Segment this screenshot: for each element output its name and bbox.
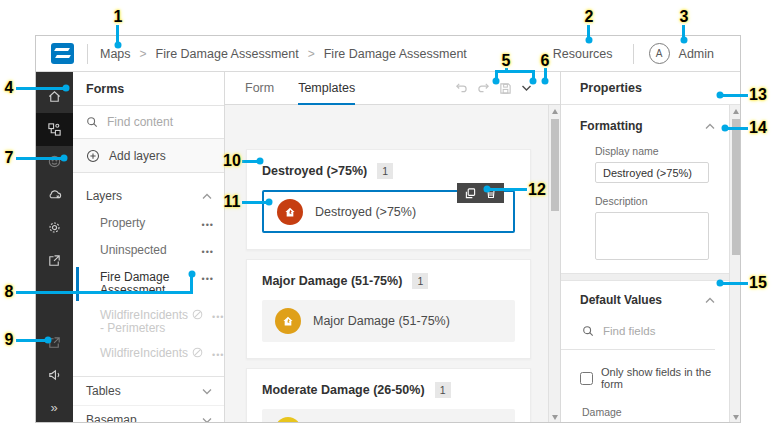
avatar[interactable]: A: [649, 43, 670, 64]
plus-circle-icon: [86, 149, 100, 163]
overflow-menu-icon[interactable]: •••: [202, 219, 214, 232]
tab-form[interactable]: Form: [245, 72, 274, 105]
layers-section-header[interactable]: Layers: [73, 181, 224, 211]
callout-15-line: [720, 282, 748, 285]
tab-templates[interactable]: Templates: [298, 72, 355, 105]
search-icon: [86, 116, 98, 128]
forms-panel: Forms Add layers Layers Property ••• Uni…: [73, 72, 225, 423]
display-name-input[interactable]: [595, 162, 709, 183]
layer-item-wildfire-perimeters[interactable]: WildfireIncidents - Perimeters •••: [73, 303, 224, 341]
callout-8: 8: [5, 283, 14, 301]
template-count-badge: 1: [412, 273, 428, 289]
layers-tool-icon[interactable]: [36, 113, 73, 146]
group-title: Moderate Damage (26-50%): [262, 383, 425, 397]
properties-scrollbar[interactable]: [729, 105, 741, 423]
overflow-menu-icon[interactable]: •••: [202, 246, 214, 259]
find-fields-input[interactable]: [603, 325, 693, 337]
user-menu[interactable]: Admin: [679, 47, 714, 61]
offline-icon[interactable]: [36, 178, 73, 211]
breadcrumb-map-name[interactable]: Fire Damage Assessment: [156, 47, 299, 61]
callout-9: 9: [5, 331, 14, 349]
save-icon[interactable]: [499, 82, 512, 95]
templates-scrollbar[interactable]: [548, 105, 560, 423]
left-icon-rail: »: [36, 72, 73, 423]
breadcrumb: Maps > Fire Damage Assessment > Fire Dam…: [100, 47, 467, 61]
overflow-menu-icon[interactable]: •••: [202, 273, 214, 286]
callout-11-line: [242, 201, 268, 204]
chevron-down-icon: [202, 388, 212, 395]
callout-4-dot: [63, 85, 70, 92]
find-content-row: [73, 106, 224, 139]
redo-icon[interactable]: [477, 82, 490, 94]
template-item-major[interactable]: Major Damage (51-75%): [262, 300, 515, 342]
template-count-badge: 1: [377, 163, 393, 179]
scroll-up-arrow[interactable]: [552, 109, 558, 114]
callout-15: 15: [749, 274, 767, 292]
callout-4-line: [16, 87, 65, 90]
description-label: Description: [561, 183, 729, 207]
settings-gear-icon[interactable]: [36, 211, 73, 244]
scrollbar-thumb[interactable]: [551, 119, 559, 211]
template-group-major: Major Damage (51-75%) 1 Major Damage (51…: [246, 259, 531, 359]
rail-spacer: [36, 277, 73, 326]
display-name-label: Display name: [561, 133, 729, 157]
callout-5-dot: [493, 78, 500, 85]
template-item-moderate[interactable]: Moderate Damage (26-50%): [262, 409, 515, 423]
tables-section-header[interactable]: Tables: [73, 377, 224, 406]
callout-4: 4: [5, 79, 14, 97]
section-separator: [561, 273, 729, 281]
save-options-chevron-icon[interactable]: [521, 84, 532, 92]
only-show-fields-checkbox[interactable]: [580, 372, 593, 385]
header-divider: [87, 44, 88, 64]
add-layers-label: Add layers: [109, 149, 166, 163]
search-icon: [582, 325, 594, 337]
header-right: Resources A Admin: [553, 43, 740, 64]
callout-12-dot: [484, 186, 491, 193]
layer-item-wildfire-incidents[interactable]: WildfireIncidents •••: [73, 341, 224, 368]
smart-forms-icon[interactable]: [36, 146, 73, 179]
default-values-section-header[interactable]: Default Values: [561, 281, 729, 307]
layer-item-fire-damage-assessment[interactable]: Fire Damage Assessment •••: [73, 265, 224, 303]
scroll-down-arrow[interactable]: [733, 415, 739, 420]
expand-rail-icon[interactable]: »: [36, 391, 73, 423]
breadcrumb-maps-link[interactable]: Maps: [100, 47, 131, 61]
feedback-megaphone-icon[interactable]: [36, 358, 73, 391]
find-content-input[interactable]: [107, 115, 207, 129]
chevron-up-icon: [202, 193, 212, 200]
callout-13: 13: [749, 86, 767, 104]
callout-12: 12: [528, 181, 546, 199]
find-fields-row: [561, 307, 715, 350]
basemap-section-header[interactable]: Basemap: [73, 406, 224, 423]
undo-icon[interactable]: [455, 82, 468, 94]
template-count-badge: 1: [435, 382, 451, 398]
app-header: Maps > Fire Damage Assessment > Fire Dam…: [36, 36, 740, 72]
collapse-chevron-icon[interactable]: [705, 123, 715, 130]
layer-item-property[interactable]: Property •••: [73, 211, 224, 238]
layer-item-uninspected[interactable]: Uninspected •••: [73, 238, 224, 265]
callout-3-dot: [681, 37, 688, 44]
callout-2: 2: [585, 8, 594, 26]
duplicate-icon[interactable]: [465, 188, 476, 199]
callout-1: 1: [114, 8, 123, 26]
callout-8-line: [16, 291, 193, 294]
overflow-menu-icon[interactable]: •••: [212, 349, 224, 362]
formatting-section-header[interactable]: Formatting: [561, 105, 729, 133]
callout-15-dot: [717, 280, 724, 287]
scroll-down-arrow[interactable]: [552, 415, 558, 420]
breadcrumb-separator-icon: >: [308, 47, 315, 61]
callout-13-line: [720, 94, 748, 97]
add-layers-button[interactable]: Add layers: [73, 139, 224, 173]
description-textarea[interactable]: [595, 212, 709, 260]
scroll-up-arrow[interactable]: [733, 109, 739, 114]
resources-link[interactable]: Resources: [553, 47, 613, 61]
esri-logo-icon[interactable]: [51, 43, 74, 64]
open-in-map-viewer-icon[interactable]: [36, 326, 73, 359]
collapse-chevron-icon[interactable]: [705, 297, 715, 304]
breadcrumb-separator-icon: >: [140, 47, 147, 61]
scrollbar-thumb[interactable]: [732, 119, 740, 255]
not-supported-icon: [192, 347, 203, 358]
sharing-icon[interactable]: [36, 244, 73, 277]
template-item-destroyed[interactable]: Destroyed (>75%): [262, 190, 515, 233]
header-divider: [633, 44, 634, 64]
overflow-menu-icon[interactable]: •••: [212, 311, 224, 324]
